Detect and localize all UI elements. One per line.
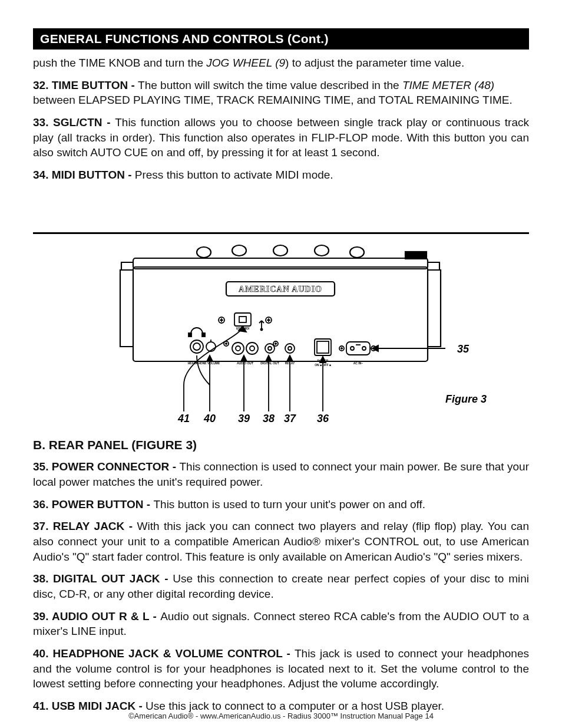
svg-point-13	[260, 329, 262, 331]
item-lead: 36. POWER BUTTON -	[33, 498, 153, 510]
svg-rect-14	[189, 333, 191, 337]
item-lead: 33. SGL/CTN -	[33, 116, 115, 129]
callout-38: 38	[263, 413, 275, 424]
svg-point-25	[265, 344, 275, 353]
svg-point-21	[232, 342, 244, 354]
svg-point-26	[268, 347, 272, 350]
svg-rect-33	[346, 342, 370, 355]
callout-39: 39	[238, 413, 250, 424]
svg-point-4	[273, 245, 287, 256]
svg-rect-15	[202, 333, 205, 337]
figure-caption: Figure 3	[445, 393, 487, 405]
callout-40: 40	[203, 413, 216, 424]
item-lead: 35. POWER CONNECTOR -	[33, 460, 179, 473]
svg-rect-11	[234, 313, 251, 326]
svg-marker-41	[207, 355, 213, 361]
rear-panel-title: B. REAR PANEL (FIGURE 3)	[33, 438, 529, 452]
text-italic: TIME METER (48)	[402, 79, 494, 91]
manual-page: GENERAL FUNCTIONS AND CONTROLS (Cont.) p…	[0, 0, 562, 728]
item-lead: 37. RELAY JACK -	[33, 520, 137, 532]
text: Use this jack to connect to a computer o…	[146, 700, 444, 712]
item-40: 40. HEADPHONE JACK & VOLUME CONTROL - Th…	[33, 646, 529, 691]
ac-in-label: AC IN~	[353, 361, 363, 365]
svg-point-22	[236, 346, 240, 351]
svg-point-35	[362, 347, 366, 350]
callout-36: 36	[317, 413, 329, 424]
page-footer: ©American Audio® - www.AmericanAudio.us …	[0, 711, 562, 720]
svg-marker-38	[287, 355, 293, 361]
svg-point-27	[285, 344, 295, 353]
svg-point-6	[350, 247, 364, 258]
item-37: 37. RELAY JACK - With this jack you can …	[33, 519, 529, 564]
text: This button is used to turn your unit's …	[153, 498, 425, 510]
text: The button will switch the time value de…	[138, 79, 402, 91]
item-32: 32. TIME BUTTON - The button will switch…	[33, 78, 529, 108]
text: between ELAPSED PLAYING TIME, TRACK REMA…	[33, 94, 513, 106]
item-33: 33. SGL/CTN - This function allows you t…	[33, 115, 529, 160]
horizontal-rule	[33, 232, 529, 234]
item-lead: 39. AUDIO OUT R & L -	[33, 610, 160, 622]
digital-out-label: DIGITAL OUT	[260, 361, 279, 365]
svg-marker-40	[241, 355, 247, 361]
item-lead: 32. TIME BUTTON -	[33, 79, 138, 91]
svg-point-3	[232, 245, 246, 256]
rear-panel-diagram: AMERICAN AUDIO USB MIDI	[33, 238, 529, 426]
item-36: 36. POWER BUTTON - This button is used t…	[33, 497, 529, 512]
item-35: 35. POWER CONNECTOR - This connection is…	[33, 459, 529, 489]
svg-point-18	[193, 343, 200, 350]
item-34: 34. MIDI BUTTON - Press this button to a…	[33, 167, 529, 183]
hp-vol-label: HEADPHONE VOLUME	[188, 361, 220, 365]
svg-point-34	[351, 347, 354, 350]
item-38: 38. DIGITAL OUT JACK - Use this connecti…	[33, 571, 529, 601]
intro-paragraph: push the TIME KNOB and turn the JOG WHEE…	[33, 55, 529, 71]
section-header: GENERAL FUNCTIONS AND CONTROLS (Cont.)	[33, 28, 529, 50]
item-lead: 38. DIGITAL OUT JACK -	[33, 572, 173, 585]
item-lead: 34. MIDI BUTTON -	[33, 169, 135, 181]
item-39: 39. AUDIO OUT R & L - Audio out signals.…	[33, 609, 529, 639]
brand-label: AMERICAN AUDIO	[239, 285, 322, 294]
svg-point-17	[190, 340, 203, 353]
svg-point-24	[250, 346, 254, 351]
figure-3: AMERICAN AUDIO USB MIDI	[33, 238, 529, 426]
svg-rect-30	[317, 341, 329, 353]
svg-point-23	[246, 342, 258, 354]
svg-marker-37	[320, 357, 326, 363]
audio-out-label: AUDIO OUT	[237, 361, 253, 365]
callout-35: 35	[457, 343, 470, 355]
svg-point-2	[197, 247, 211, 258]
callout-41: 41	[177, 413, 190, 424]
svg-marker-39	[266, 355, 272, 361]
text-italic: JOG WHEEL (9	[206, 57, 285, 69]
text: push the TIME KNOB and turn the	[33, 57, 206, 69]
callout-37: 37	[284, 413, 296, 424]
svg-rect-7	[405, 252, 427, 259]
item-lead: 40. HEADPHONE JACK & VOLUME CONTROL -	[33, 647, 295, 660]
text: ) to adjust the parameter time value.	[285, 57, 464, 69]
svg-rect-12	[239, 317, 246, 322]
svg-point-5	[315, 245, 329, 256]
svg-point-28	[288, 347, 292, 350]
item-lead: 41. USB MIDI JACK -	[33, 700, 146, 712]
text: Press this button to activate MIDI mode.	[135, 169, 333, 181]
